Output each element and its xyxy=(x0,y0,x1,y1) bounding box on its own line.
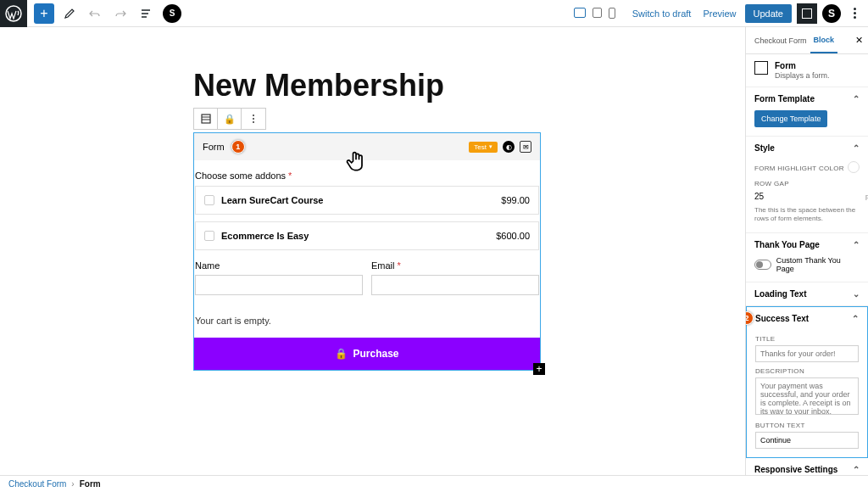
row-gap-label: ROW GAP xyxy=(754,180,860,187)
addon-price: $99.00 xyxy=(501,195,530,205)
success-title-input[interactable] xyxy=(755,345,859,362)
chevron-right-icon: › xyxy=(71,479,74,489)
page-title: New Membership xyxy=(193,68,444,103)
email-field-label: Email * xyxy=(371,260,539,271)
block-description: Displays a form. xyxy=(775,71,830,80)
color-swatch[interactable] xyxy=(848,161,860,173)
chevron-up-icon: ⌃ xyxy=(853,94,860,103)
block-more-icon[interactable] xyxy=(242,109,265,129)
row-gap-help: The this is the space between the rows o… xyxy=(754,206,860,224)
undo-icon[interactable] xyxy=(85,3,105,24)
lock-icon: 🔒 xyxy=(335,348,348,360)
form-header-label: Form xyxy=(203,142,225,152)
thank-you-section[interactable]: Thank You Page⌃ xyxy=(746,233,868,256)
loading-text-section[interactable]: Loading Text⌄ xyxy=(746,282,868,305)
breadcrumb: Checkout Form › Form xyxy=(0,475,868,492)
add-block-button[interactable]: + xyxy=(34,3,54,24)
tab-checkout-form[interactable]: Checkout Form xyxy=(751,27,810,53)
purchase-button[interactable]: 🔒 Purchase xyxy=(194,338,540,370)
form-object-icon[interactable]: ◐ xyxy=(503,141,515,153)
test-mode-pill[interactable]: Test▾ xyxy=(469,142,498,153)
settings-panel-icon[interactable] xyxy=(797,3,817,24)
mobile-view-icon[interactable] xyxy=(609,8,615,19)
name-field-label: Name xyxy=(195,260,363,271)
success-description-label: DESCRIPTION xyxy=(755,367,859,375)
breadcrumb-current[interactable]: Form xyxy=(80,479,101,489)
tablet-view-icon[interactable] xyxy=(593,8,602,18)
highlight-color-label: FORM HIGHLIGHT COLOR xyxy=(754,165,844,172)
breadcrumb-parent[interactable]: Checkout Form xyxy=(8,479,66,489)
button-text-input[interactable] xyxy=(755,432,859,449)
email-input[interactable] xyxy=(371,275,539,295)
desktop-view-icon[interactable] xyxy=(574,8,586,18)
button-text-label: BUTTON TEXT xyxy=(755,422,859,429)
success-title-label: TITLE xyxy=(755,335,859,343)
svg-rect-1 xyxy=(202,115,210,123)
block-name: Form xyxy=(775,61,830,70)
custom-thank-you-toggle[interactable] xyxy=(754,260,771,270)
form-template-section[interactable]: Form Template⌃ xyxy=(746,87,868,110)
annotation-badge-1: 1 xyxy=(231,140,245,154)
chevron-up-icon: ⌃ xyxy=(853,240,860,249)
lock-icon[interactable]: 🔒 xyxy=(218,109,242,129)
success-description-input[interactable] xyxy=(755,377,859,415)
preview-link[interactable]: Preview xyxy=(703,8,736,19)
name-input[interactable] xyxy=(195,275,363,295)
surecart-settings-icon[interactable]: S xyxy=(822,4,841,23)
chevron-up-icon: ⌃ xyxy=(852,314,859,323)
checkbox-icon[interactable] xyxy=(204,195,214,205)
switch-to-draft-link[interactable]: Switch to draft xyxy=(632,8,692,19)
row-gap-input[interactable] xyxy=(754,190,862,203)
close-sidebar-icon[interactable]: ✕ xyxy=(855,35,863,46)
form-block-icon xyxy=(754,61,768,75)
more-options-icon[interactable] xyxy=(846,8,863,19)
addon-name: Ecommerce Is Easy xyxy=(221,231,309,241)
custom-thank-you-label: Custom Thank You Page xyxy=(776,256,860,273)
chevron-up-icon: ⌃ xyxy=(853,465,860,474)
block-settings-sidebar: Checkout Form Block ✕ Form Displays a fo… xyxy=(745,27,868,475)
form-block[interactable]: Form 1 Test▾ ◐ ✉ Choose some addons * Le… xyxy=(193,132,541,371)
addon-price: $600.00 xyxy=(496,231,530,241)
tab-block[interactable]: Block xyxy=(810,27,838,53)
block-type-icon[interactable] xyxy=(194,109,218,129)
addon-name: Learn SureCart Course xyxy=(221,195,323,205)
add-block-icon[interactable]: + xyxy=(533,363,545,375)
envelope-icon[interactable]: ✉ xyxy=(520,141,531,153)
wordpress-logo[interactable] xyxy=(0,0,27,27)
update-button[interactable]: Update xyxy=(745,4,792,23)
responsive-section[interactable]: Responsive Settings⌃ xyxy=(746,458,868,475)
surecart-icon[interactable]: S xyxy=(163,4,181,23)
list-view-icon[interactable] xyxy=(136,3,156,24)
block-toolbar: 🔒 xyxy=(193,108,266,130)
redo-icon[interactable] xyxy=(110,3,131,24)
change-template-button[interactable]: Change Template xyxy=(754,110,827,127)
success-text-section[interactable]: Success Text⌃ xyxy=(747,307,867,330)
checkbox-icon[interactable] xyxy=(204,231,214,241)
addons-section-title: Choose some addons * xyxy=(195,160,539,186)
chevron-down-icon: ⌄ xyxy=(853,289,860,299)
edit-tool-icon[interactable] xyxy=(59,3,80,24)
empty-cart-text: Your cart is empty. xyxy=(195,304,539,338)
addon-row[interactable]: Ecommerce Is Easy $600.00 xyxy=(195,221,539,250)
chevron-up-icon: ⌃ xyxy=(853,143,860,153)
addon-row[interactable]: Learn SureCart Course $99.00 xyxy=(195,186,539,215)
style-section[interactable]: Style⌃ xyxy=(746,137,868,159)
